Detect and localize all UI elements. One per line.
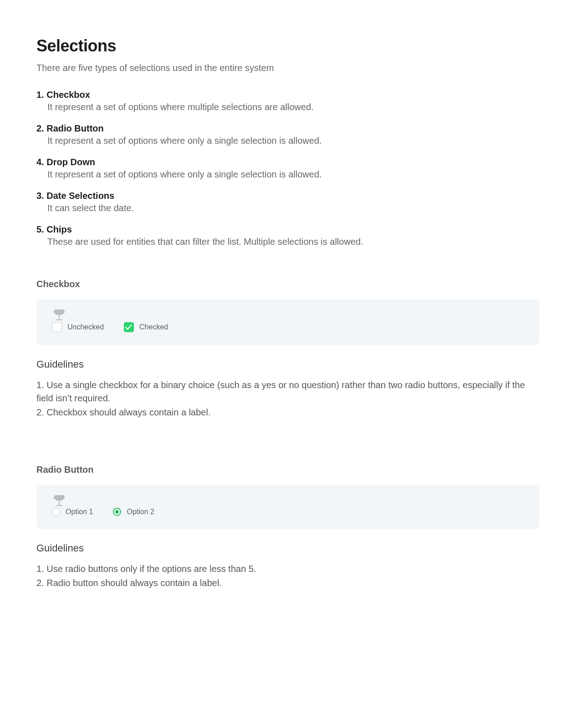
radio-option-1-label: Option 1: [66, 508, 93, 516]
checkbox-checked-example: Checked: [124, 322, 168, 332]
type-2-title: 2. Radio Button: [36, 123, 540, 134]
type-1: 1. Checkbox It represent a set of option…: [36, 90, 540, 112]
checkbox-guideline-2: 2. Checkbox should always contain a labe…: [36, 406, 540, 419]
radio-option-2[interactable]: [113, 508, 121, 516]
radio-heading: Radio Button: [36, 465, 540, 475]
checkbox-guidelines-heading: Guidelines: [36, 359, 540, 370]
checkbox-example-panel: Unchecked Checked: [36, 299, 540, 345]
radio-guidelines-heading: Guidelines: [36, 542, 540, 554]
type-2-desc: It represent a set of options where only…: [47, 136, 540, 146]
type-5: 5. Chips These are used for entities tha…: [36, 224, 540, 247]
type-4-desc: It can select the date.: [47, 203, 540, 213]
type-4: 3. Date Selections It can select the dat…: [36, 191, 540, 213]
type-3: 4. Drop Down It represent a set of optio…: [36, 157, 540, 180]
radio-option-2-label: Option 2: [127, 508, 154, 516]
page-title: Selections: [36, 36, 540, 56]
radio-option-1[interactable]: [52, 508, 60, 516]
radio-selected-example: Option 2: [113, 508, 154, 516]
type-5-desc: These are used for entities that can fil…: [47, 237, 540, 247]
checkbox-checked-label: Checked: [139, 323, 168, 331]
checkbox-unchecked-example: Unchecked: [52, 309, 104, 332]
spacing-annotation-icon: [54, 309, 65, 320]
type-4-title: 3. Date Selections: [36, 191, 540, 201]
spacing-annotation-icon: [54, 495, 65, 506]
type-1-desc: It represent a set of options where mult…: [47, 102, 540, 112]
type-3-desc: It represent a set of options where only…: [47, 169, 540, 180]
radio-guideline-1: 1. Use radio buttons only if the options…: [36, 562, 540, 576]
type-2: 2. Radio Button It represent a set of op…: [36, 123, 540, 146]
intro-text: There are five types of selections used …: [36, 63, 540, 73]
checkbox-heading: Checkbox: [36, 279, 540, 289]
design-doc-page: Selections There are five types of selec…: [0, 0, 576, 728]
type-1-title: 1. Checkbox: [36, 90, 540, 100]
checkbox-guideline-1: 1. Use a single checkbox for a binary ch…: [36, 379, 540, 405]
checkbox-checked[interactable]: [124, 322, 134, 332]
type-5-title: 5. Chips: [36, 224, 540, 235]
checkbox-unchecked-label: Unchecked: [67, 323, 104, 331]
radio-unselected-example: Option 1: [52, 495, 93, 516]
radio-example-panel: Option 1 Option 2: [36, 485, 540, 529]
radio-guideline-2: 2. Radio button should always contain a …: [36, 576, 540, 590]
type-3-title: 4. Drop Down: [36, 157, 540, 167]
checkbox-unchecked[interactable]: [52, 322, 62, 332]
